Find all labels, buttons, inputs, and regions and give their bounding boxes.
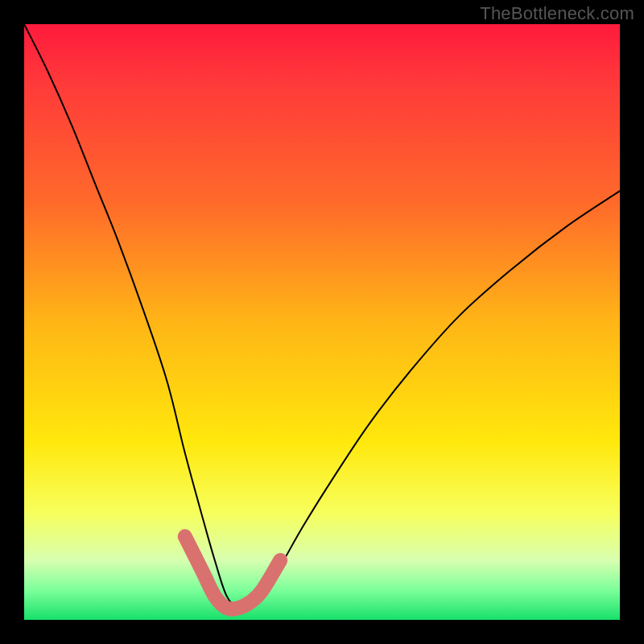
watermark-text: TheBottleneck.com (480, 3, 634, 24)
curve-layer (24, 24, 620, 620)
highlight-band (185, 536, 280, 609)
bottleneck-curve (24, 24, 620, 609)
plot-area (24, 24, 620, 620)
chart-stage: TheBottleneck.com (0, 0, 644, 644)
